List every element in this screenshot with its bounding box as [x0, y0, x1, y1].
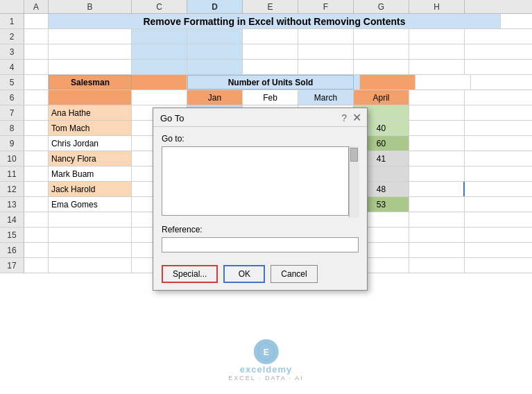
col-header-d[interactable]: D — [187, 0, 243, 13]
cell-a8[interactable] — [24, 121, 49, 135]
cell-f2[interactable] — [298, 29, 354, 44]
cell-d3[interactable] — [187, 44, 243, 59]
col-header-c[interactable]: C — [132, 0, 187, 13]
cell-a12[interactable] — [24, 182, 49, 196]
cell-ema[interactable]: Ema Gomes — [49, 197, 132, 212]
cell-b4[interactable] — [49, 60, 132, 74]
cell-a2[interactable] — [24, 29, 49, 44]
cell-h14[interactable] — [409, 212, 465, 227]
cell-a17[interactable] — [24, 258, 49, 273]
col-header-h[interactable]: H — [409, 0, 465, 13]
cell-b3[interactable] — [49, 44, 132, 59]
col-header-e[interactable]: E — [243, 0, 298, 13]
cell-march[interactable]: March — [298, 90, 354, 105]
cell-a5[interactable] — [24, 75, 49, 89]
cell-h13[interactable] — [409, 197, 465, 212]
cell-salesman[interactable]: Salesman — [49, 75, 132, 89]
special-button[interactable]: Special... — [162, 265, 218, 283]
close-button[interactable]: ✕ — [352, 112, 361, 123]
help-button[interactable]: ? — [341, 112, 347, 123]
col-header-f[interactable]: F — [298, 0, 354, 13]
cell-b6[interactable] — [49, 90, 132, 105]
ok-button[interactable]: OK — [223, 265, 265, 283]
cell-h9[interactable] — [409, 136, 465, 151]
watermark-logo: E — [254, 339, 279, 364]
cell-jan[interactable]: Jan — [187, 90, 243, 105]
cell-a4[interactable] — [24, 60, 49, 74]
reference-input[interactable] — [162, 237, 359, 252]
cell-h3[interactable] — [409, 44, 465, 59]
row-num-9: 9 — [0, 136, 24, 151]
cell-b16[interactable] — [49, 243, 132, 257]
cell-h12[interactable] — [409, 182, 465, 196]
cell-c3[interactable] — [132, 44, 187, 59]
cell-c5[interactable] — [132, 75, 187, 89]
cell-units-sold-header: Number of Units Sold — [187, 75, 354, 89]
cell-h11[interactable] — [409, 166, 465, 181]
cell-april[interactable]: April — [354, 90, 409, 105]
row-num-5: 5 — [0, 75, 24, 90]
col-header-b[interactable]: B — [49, 0, 132, 13]
cell-nancy[interactable]: Nancy Flora — [49, 151, 132, 166]
cell-h15[interactable] — [409, 228, 465, 242]
row-number-column: 1 2 3 4 5 6 7 8 9 10 11 12 13 14 15 16 1… — [0, 14, 24, 273]
cell-g5[interactable] — [360, 75, 415, 89]
scrollbar-thumb — [350, 148, 358, 162]
cell-mark[interactable]: Mark Buam — [49, 166, 132, 181]
cell-h4[interactable] — [409, 60, 465, 74]
cell-c6[interactable] — [132, 90, 187, 105]
col-header-g[interactable]: G — [354, 0, 409, 13]
cell-a15[interactable] — [24, 228, 49, 242]
cell-c4[interactable] — [132, 60, 187, 74]
row-num-2: 2 — [0, 29, 24, 44]
watermark: E exceldemy EXCEL · DATA · AI — [228, 339, 303, 382]
cell-a6[interactable] — [24, 90, 49, 105]
cell-b2[interactable] — [49, 29, 132, 44]
cancel-button[interactable]: Cancel — [271, 265, 317, 283]
cell-h5[interactable] — [415, 75, 471, 89]
cell-chris[interactable]: Chris Jordan — [49, 136, 132, 151]
cell-feb[interactable]: Feb — [243, 90, 298, 105]
cell-f4[interactable] — [298, 60, 354, 74]
cell-b1-title[interactable]: Remove Formatting in Excel without Remov… — [49, 14, 501, 28]
goto-textarea[interactable] — [162, 146, 349, 216]
cell-a3[interactable] — [24, 44, 49, 59]
table-row: Jan Feb March April — [24, 90, 532, 105]
cell-e3[interactable] — [243, 44, 298, 59]
cell-a9[interactable] — [24, 136, 49, 151]
cell-c2[interactable] — [132, 29, 187, 44]
row-num-13: 13 — [0, 197, 24, 212]
row-num-10: 10 — [0, 151, 24, 166]
cell-h17[interactable] — [409, 258, 465, 273]
cell-d4[interactable] — [187, 60, 243, 74]
cell-a11[interactable] — [24, 166, 49, 181]
cell-jack[interactable]: Jack Harold — [49, 182, 132, 196]
cell-a16[interactable] — [24, 243, 49, 257]
cell-b15[interactable] — [49, 228, 132, 242]
cell-b14[interactable] — [49, 212, 132, 227]
cell-a10[interactable] — [24, 151, 49, 166]
cell-a14[interactable] — [24, 212, 49, 227]
cell-g3[interactable] — [354, 44, 409, 59]
col-header-a[interactable]: A — [24, 0, 49, 13]
cell-b17[interactable] — [49, 258, 132, 273]
cell-h7[interactable] — [409, 105, 465, 120]
cell-h8[interactable] — [409, 121, 465, 135]
cell-h16[interactable] — [409, 243, 465, 257]
cell-g4[interactable] — [354, 60, 409, 74]
cell-e2[interactable] — [243, 29, 298, 44]
cell-g2[interactable] — [354, 29, 409, 44]
cell-e4[interactable] — [243, 60, 298, 74]
cell-f3[interactable] — [298, 44, 354, 59]
cell-d2[interactable] — [187, 29, 243, 44]
cell-ana[interactable]: Ana Hathe — [49, 105, 132, 120]
cell-a1[interactable] — [24, 14, 49, 28]
cell-a13[interactable] — [24, 197, 49, 212]
cell-tom[interactable]: Tom Mach — [49, 121, 132, 135]
scrollbar-track[interactable] — [349, 146, 359, 218]
svg-text:E: E — [263, 348, 268, 357]
cell-a7[interactable] — [24, 105, 49, 120]
cell-h2[interactable] — [409, 29, 465, 44]
cell-h6[interactable] — [409, 90, 465, 105]
cell-h10[interactable] — [409, 151, 465, 166]
